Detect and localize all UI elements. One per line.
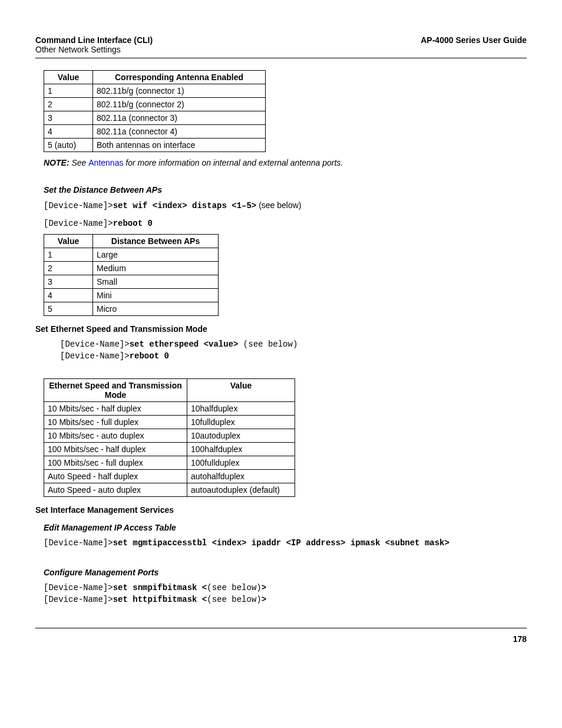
cmd-line: [Device-Name]>reboot 0 <box>60 351 527 361</box>
cell: Small <box>93 275 219 289</box>
table-row: 2802.11b/g (connector 2) <box>44 98 266 111</box>
cell: 1 <box>44 248 93 262</box>
table-row: 1802.11b/g (connector 1) <box>44 84 266 98</box>
note-post: for more information on internal and ext… <box>123 158 343 167</box>
cell: 4 <box>44 125 93 139</box>
antennas-link[interactable]: Antennas <box>88 158 123 167</box>
prompt: [Device-Name]> <box>44 583 113 592</box>
cell: 10 Mbits/sec - auto duplex <box>44 429 187 443</box>
prompt: [Device-Name]> <box>44 219 113 228</box>
cmd: set wif <index> distaps <1–5> <box>113 201 257 210</box>
cmd-line: [Device-Name]>set etherspeed <value> (se… <box>60 340 527 349</box>
cmd: set mgmtipaccesstbl <index> ipaddr <IP a… <box>113 538 449 548</box>
cmd-note: (see below) <box>207 583 261 592</box>
table-row: 4802.11a (connector 4) <box>44 125 266 139</box>
note-label: NOTE: <box>44 158 70 167</box>
table-row: 10 Mbits/sec - half duplex10halfduplex <box>44 402 295 416</box>
cmd: reboot 0 <box>113 219 153 228</box>
cell: Mini <box>93 289 219 302</box>
header-sub: Other Network Settings <box>35 45 527 54</box>
cmd-note: (see below) <box>238 340 297 349</box>
cell: 10halfduplex <box>187 402 295 416</box>
cell: autoautoduplex (default) <box>187 483 295 497</box>
cell: 802.11a (connector 3) <box>93 111 266 125</box>
cell: 100 Mbits/sec - full duplex <box>44 456 187 470</box>
th-antenna: Corresponding Antenna Enabled <box>93 71 266 84</box>
page-header: Command Line Interface (CLI) AP-4000 Ser… <box>35 35 527 45</box>
table-row: 2Medium <box>44 262 219 275</box>
section-edit-ip-title: Edit Management IP Access Table <box>44 523 527 532</box>
cell: Micro <box>93 302 219 316</box>
antenna-table: Value Corresponding Antenna Enabled 1802… <box>44 70 266 152</box>
table-row: 4Mini <box>44 289 219 302</box>
th-value: Value <box>187 379 295 402</box>
page-number: 178 <box>35 634 527 644</box>
table-row: Auto Speed - half duplexautohalfduplex <box>44 470 295 483</box>
prompt: [Device-Name]> <box>60 351 130 361</box>
table-row: 10 Mbits/sec - auto duplex10autoduplex <box>44 429 295 443</box>
table-row: 1Large <box>44 248 219 262</box>
cell: 2 <box>44 262 93 275</box>
footer-rule <box>35 628 527 628</box>
table-row: 5 (auto)Both antennas on interface <box>44 139 266 152</box>
cmd: set httpifbitmask < <box>113 595 207 604</box>
table-row: 10 Mbits/sec - full duplex10fullduplex <box>44 416 295 429</box>
cmd: reboot 0 <box>130 351 169 361</box>
cell: 3 <box>44 111 93 125</box>
cmd-note: (see below) <box>207 595 261 604</box>
cell: autohalfduplex <box>187 470 295 483</box>
section-distance-title: Set the Distance Between APs <box>44 185 527 195</box>
cmd: > <box>262 595 266 604</box>
cmd: set snmpifbitmask < <box>113 583 207 592</box>
section-config-ports-title: Configure Management Ports <box>44 568 527 577</box>
cell: 4 <box>44 289 93 302</box>
cmd-line: [Device-Name]>set snmpifbitmask <(see be… <box>44 583 527 592</box>
cell: 5 <box>44 302 93 316</box>
cell: Both antennas on interface <box>93 139 266 152</box>
cell: 802.11b/g (connector 2) <box>93 98 266 111</box>
cmd: set etherspeed <value> <box>130 340 239 349</box>
cell: 5 (auto) <box>44 139 93 152</box>
cmd-note: (see below) <box>256 200 301 210</box>
table-row: Auto Speed - auto duplexautoautoduplex (… <box>44 483 295 497</box>
cmd-line: [Device-Name]>reboot 0 <box>44 219 527 228</box>
cell: 3 <box>44 275 93 289</box>
cell: 10 Mbits/sec - full duplex <box>44 416 187 429</box>
cmd-line: [Device-Name]>set wif <index> distaps <1… <box>44 200 527 210</box>
th-distance: Distance Between APs <box>93 235 219 248</box>
header-left: Command Line Interface (CLI) <box>35 35 153 45</box>
cmd-line: [Device-Name]>set httpifbitmask <(see be… <box>44 595 527 604</box>
note-pre: See <box>70 158 89 167</box>
table-row: 100 Mbits/sec - half duplex100halfduplex <box>44 443 295 456</box>
cell: 2 <box>44 98 93 111</box>
cell: 10autoduplex <box>187 429 295 443</box>
section-mgmt-title: Set Interface Management Services <box>35 505 527 515</box>
etherspeed-table: Ethernet Speed and Transmission Mode Val… <box>44 378 295 497</box>
cell: 10fullduplex <box>187 416 295 429</box>
header-right: AP-4000 Series User Guide <box>421 35 527 45</box>
cell: 1 <box>44 84 93 98</box>
cell: 802.11b/g (connector 1) <box>93 84 266 98</box>
table-row: 100 Mbits/sec - full duplex100fullduplex <box>44 456 295 470</box>
cell: 802.11a (connector 4) <box>93 125 266 139</box>
th-mode: Ethernet Speed and Transmission Mode <box>44 379 187 402</box>
section-etherspeed-title: Set Ethernet Speed and Transmission Mode <box>35 324 527 334</box>
prompt: [Device-Name]> <box>60 340 130 349</box>
cell: Auto Speed - auto duplex <box>44 483 187 497</box>
header-rule <box>35 58 527 58</box>
cell: 100 Mbits/sec - half duplex <box>44 443 187 456</box>
cell: 100fullduplex <box>187 456 295 470</box>
note: NOTE: See Antennas for more information … <box>44 158 527 167</box>
cell: Medium <box>93 262 219 275</box>
cell: Large <box>93 248 219 262</box>
cmd: > <box>262 583 266 592</box>
prompt: [Device-Name]> <box>44 595 113 604</box>
cell: 10 Mbits/sec - half duplex <box>44 402 187 416</box>
table-row: 3Small <box>44 275 219 289</box>
table-row: 5Micro <box>44 302 219 316</box>
distance-table: Value Distance Between APs 1Large 2Mediu… <box>44 234 219 316</box>
prompt: [Device-Name]> <box>44 201 113 210</box>
cmd-line: [Device-Name]>set mgmtipaccesstbl <index… <box>44 538 527 548</box>
table-row: 3802.11a (connector 3) <box>44 111 266 125</box>
th-value: Value <box>44 71 93 84</box>
